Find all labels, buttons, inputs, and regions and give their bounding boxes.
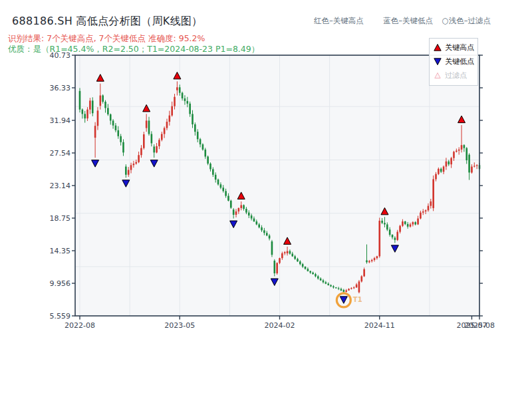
candle-body: [309, 271, 311, 273]
candle-body: [396, 232, 398, 240]
candle-body: [461, 145, 463, 150]
candle-body: [305, 267, 307, 269]
candle-body: [240, 205, 242, 207]
candle-body: [317, 276, 319, 278]
candle-body: [468, 155, 470, 173]
candle-body: [235, 211, 237, 215]
candle-body: [215, 175, 217, 180]
candle-body: [279, 258, 281, 263]
candle-body: [307, 269, 309, 271]
candle-body: [289, 251, 291, 254]
candle-body: [200, 139, 201, 144]
candle-body: [187, 101, 189, 104]
candle-body: [345, 291, 347, 292]
t1-label: T1: [353, 296, 362, 303]
candle-body: [381, 221, 383, 223]
candle-body: [443, 167, 445, 172]
candle-body: [420, 213, 422, 219]
y-tick-label: 5.559: [50, 312, 71, 321]
legend-item-key-high: 关键高点: [434, 41, 474, 55]
candle-body: [117, 130, 119, 136]
y-tick-label: 18.75: [50, 214, 71, 223]
candle-body: [164, 128, 166, 134]
candle-body: [435, 174, 437, 180]
kline-analysis-page: 40.7336.3331.9427.5423.1418.7514.359.956…: [0, 0, 532, 399]
candle-body: [287, 251, 289, 253]
candle-body: [176, 87, 178, 90]
candle-body: [320, 279, 322, 281]
candle-body: [376, 256, 378, 258]
note-filtered: ○浅色–过滤点: [442, 16, 491, 25]
candle-body: [227, 196, 229, 201]
candle-body: [148, 120, 150, 134]
recognition-result-line: 识别结果: 7个关键高点, 7个关键低点 准确度: 95.2%: [8, 33, 205, 45]
candle-body: [266, 233, 268, 235]
candle-body: [302, 264, 304, 267]
candle-body: [392, 235, 394, 237]
candle-body: [140, 148, 142, 156]
candle-body: [153, 146, 155, 152]
candle-body: [207, 156, 209, 164]
candle-body: [476, 165, 478, 166]
candle-body: [417, 219, 419, 225]
candle-body: [82, 110, 84, 114]
candle-body: [122, 142, 124, 153]
candle-body: [299, 261, 301, 264]
candle-body: [464, 145, 466, 148]
candle-body: [120, 136, 122, 142]
candle-body: [281, 253, 283, 258]
candle-body: [330, 285, 332, 287]
candle-body: [143, 134, 145, 148]
candle-body: [432, 179, 434, 207]
candle-body: [233, 209, 235, 215]
candle-body: [273, 261, 275, 273]
y-tick-label: 31.94: [50, 116, 71, 125]
candle-body: [450, 158, 452, 164]
candle-body: [394, 238, 396, 240]
candle-body: [389, 229, 391, 235]
quality-line: 优质：是（R1=45.4%，R2=2.50；T1=2024-08-23 P1=8…: [8, 44, 259, 55]
legend-label: 关键高点: [445, 43, 474, 53]
candle-body: [323, 281, 325, 283]
x-tick-label: 2024-11: [364, 321, 395, 330]
key-low-triangle-icon: [434, 58, 442, 65]
candle-body: [248, 213, 250, 215]
candle-body: [312, 273, 314, 274]
candle-body: [238, 208, 240, 211]
candle-body: [291, 253, 293, 256]
candle-body: [156, 146, 158, 152]
candle-body: [399, 226, 401, 232]
candle-body: [338, 288, 340, 289]
candle-body: [407, 224, 409, 227]
candle-body: [128, 170, 130, 175]
candle-body: [350, 288, 352, 289]
candle-body: [104, 102, 106, 108]
candle-body: [125, 167, 127, 175]
candle-body: [94, 126, 96, 138]
candle-body: [315, 274, 317, 276]
candle-body: [374, 258, 376, 260]
candle-body: [261, 227, 263, 230]
candle-body: [335, 287, 337, 288]
candle-body: [158, 140, 160, 146]
candle-body: [414, 222, 416, 224]
page-title: 688186.SH 高低点分析图（周K线图）: [12, 15, 203, 29]
candle-body: [425, 210, 427, 211]
candle-body: [271, 241, 273, 255]
candle-body: [412, 222, 414, 224]
candle-body: [446, 162, 448, 167]
candle-body: [343, 290, 345, 292]
candle-body: [194, 124, 196, 132]
candle-body: [171, 106, 173, 116]
y-tick-label: 9.956: [50, 279, 71, 288]
key-high-triangle-icon: [434, 44, 442, 51]
chart-legend: 关键高点 关键低点 过滤点: [429, 38, 478, 86]
candle-body: [86, 110, 88, 118]
candle-body: [135, 162, 137, 164]
candle-body: [92, 100, 94, 113]
candle-body: [151, 134, 153, 143]
candle-body: [133, 164, 135, 165]
candle-body: [366, 261, 368, 263]
candle-body: [263, 230, 265, 233]
candle-body: [386, 224, 388, 229]
